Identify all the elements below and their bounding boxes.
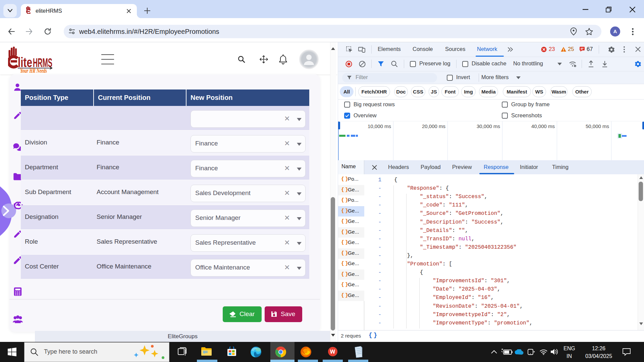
svg-text:Your HR Needs: Your HR Needs (20, 67, 47, 74)
